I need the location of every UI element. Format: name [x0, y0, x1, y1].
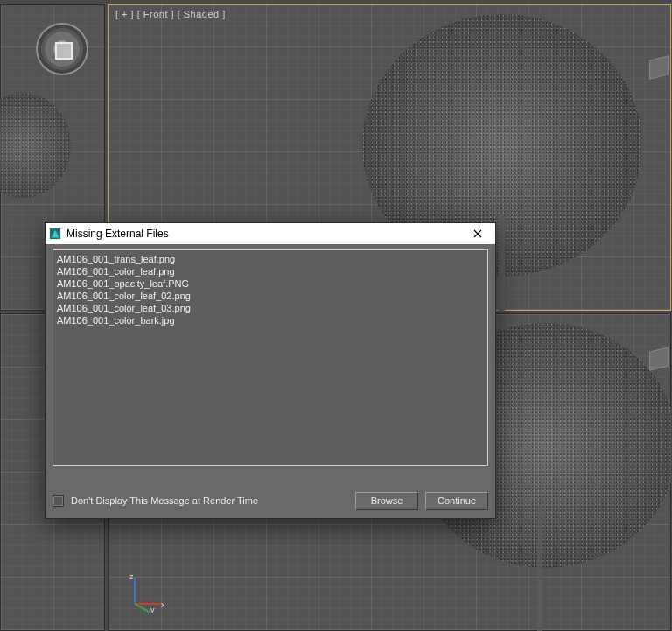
- close-icon: [473, 229, 482, 238]
- missing-files-listbox[interactable]: AM106_001_trans_leaf.pngAM106_001_color_…: [52, 249, 488, 466]
- dont-display-label: Don't Display This Message at Render Tim…: [71, 495, 258, 506]
- scene-geometry: [537, 507, 542, 631]
- viewport-label[interactable]: [ + ] [ Front ] [ Shaded ]: [116, 9, 226, 19]
- dialog-bottom-bar: Don't Display This Message at Render Tim…: [52, 490, 488, 511]
- continue-button[interactable]: Continue: [425, 492, 488, 510]
- svg-line-2: [135, 604, 150, 613]
- svg-text:z: z: [130, 572, 134, 581]
- scene-helper-icon: [649, 55, 668, 79]
- dialog-titlebar[interactable]: Missing External Files: [46, 223, 495, 244]
- app-icon: [49, 228, 61, 240]
- scene-helper-icon: [649, 347, 668, 370]
- browse-button[interactable]: Browse: [355, 492, 418, 510]
- dialog-title: Missing External Files: [66, 228, 169, 240]
- missing-file-row[interactable]: AM106_001_opacity_leaf.PNG: [57, 277, 484, 290]
- close-button[interactable]: [460, 223, 495, 244]
- missing-file-row[interactable]: AM106_001_color_leaf.png: [57, 265, 484, 277]
- scene-geometry: [0, 93, 71, 198]
- missing-file-row[interactable]: AM106_001_color_leaf_03.png: [57, 302, 484, 314]
- scene-geometry: [498, 215, 505, 312]
- svg-text:x: x: [161, 600, 165, 609]
- viewcube-icon[interactable]: [38, 25, 87, 74]
- svg-text:y: y: [150, 606, 155, 613]
- missing-file-row[interactable]: AM106_001_trans_leaf.png: [57, 253, 484, 265]
- missing-file-row[interactable]: AM106_001_color_leaf_02.png: [57, 290, 484, 302]
- dont-display-checkbox[interactable]: [52, 495, 64, 507]
- axis-gizmo-icon: x z y: [126, 572, 166, 613]
- missing-file-row[interactable]: AM106_001_color_bark.jpg: [57, 314, 484, 326]
- missing-external-files-dialog: Missing External Files AM106_001_trans_l…: [45, 222, 496, 519]
